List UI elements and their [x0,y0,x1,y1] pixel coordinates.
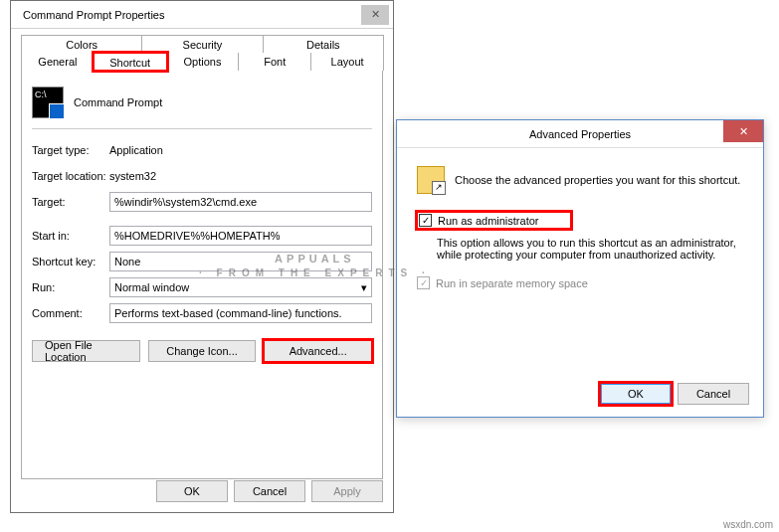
start-in-input[interactable] [109,226,372,246]
change-icon-button[interactable]: Change Icon... [148,340,257,362]
cancel-button[interactable]: Cancel [678,383,749,405]
run-row: Run: Normal window ▾ [32,274,372,300]
tab-layout[interactable]: Layout [310,53,384,71]
advanced-intro: Choose the advanced properties you want … [455,174,740,186]
target-type-value: Application [109,144,163,156]
shortcut-buttons: Open File Location Change Icon... Advanc… [32,340,372,362]
start-in-label: Start in: [32,230,109,242]
apply-button[interactable]: Apply [311,480,383,502]
run-as-admin-checkbox[interactable]: ✓ [419,214,432,227]
chevron-down-icon: ▾ [361,281,367,294]
target-location-label: Target location: [32,170,109,182]
tab-general[interactable]: General [21,53,95,71]
run-as-admin-row: ✓ Run as administrator [417,212,571,229]
shortcut-key-input[interactable] [109,252,372,271]
tabs: Colors Security Details General Shortcut… [11,29,393,479]
tabs-row-top: Colors Security Details [21,35,383,53]
target-label: Target: [32,196,109,208]
run-value: Normal window [114,281,189,293]
properties-dialog: Command Prompt Properties ✕ Colors Secur… [10,0,394,513]
target-location-value: system32 [109,170,156,182]
advanced-header: Choose the advanced properties you want … [417,166,743,194]
tab-options[interactable]: Options [166,53,240,71]
properties-dialog-buttons: OK Cancel Apply [156,480,383,502]
properties-titlebar[interactable]: Command Prompt Properties ✕ [11,1,393,29]
separate-memory-label: Run in separate memory space [436,277,588,289]
run-select[interactable]: Normal window ▾ [109,277,372,297]
run-label: Run: [32,281,109,293]
advanced-body: Choose the advanced properties you want … [397,148,763,299]
advanced-dialog-buttons: OK Cancel [600,383,749,405]
target-type-row: Target type: Application [32,137,372,163]
tab-details[interactable]: Details [263,35,384,53]
credit-text: wsxdn.com [723,519,773,530]
tab-shortcut[interactable]: Shortcut [94,53,167,71]
shortcut-header: Command Prompt [32,83,372,129]
run-as-admin-label: Run as administrator [438,215,539,227]
start-in-row: Start in: [32,223,372,249]
separate-memory-checkbox: ✓ [417,276,430,289]
advanced-button[interactable]: Advanced... [264,340,372,362]
advanced-properties-dialog: Advanced Properties ✕ Choose the advance… [396,119,764,418]
close-button[interactable]: ✕ [361,5,389,25]
comment-row: Comment: [32,300,372,326]
target-input[interactable] [109,192,372,212]
comment-input[interactable] [109,303,372,323]
shortcut-folder-icon [417,166,445,194]
target-type-label: Target type: [32,144,109,156]
close-icon: ✕ [739,125,748,138]
close-icon: ✕ [371,8,380,21]
advanced-titlebar[interactable]: Advanced Properties ✕ [397,120,763,148]
tabs-row-bottom: General Shortcut Options Font Layout [21,53,383,71]
shortcut-panel: Command Prompt Target type: Application … [21,70,383,479]
shortcut-key-row: Shortcut key: [32,249,372,274]
cmd-icon [32,87,64,118]
target-row: Target: [32,189,372,215]
close-button[interactable]: ✕ [723,120,763,142]
shortcut-key-label: Shortcut key: [32,256,109,267]
separate-memory-row: ✓ Run in separate memory space [417,276,743,289]
properties-title: Command Prompt Properties [23,9,361,21]
advanced-title: Advanced Properties [529,128,631,140]
ok-button[interactable]: OK [156,480,228,502]
comment-label: Comment: [32,307,109,319]
app-name: Command Prompt [74,96,162,108]
tab-font[interactable]: Font [238,53,311,71]
tab-security[interactable]: Security [141,35,263,53]
run-as-admin-description: This option allows you to run this short… [437,237,743,261]
tab-colors[interactable]: Colors [21,35,142,53]
cancel-button[interactable]: Cancel [234,480,305,502]
ok-button[interactable]: OK [600,383,672,405]
target-location-row: Target location: system32 [32,163,372,189]
open-file-location-button[interactable]: Open File Location [32,340,140,362]
